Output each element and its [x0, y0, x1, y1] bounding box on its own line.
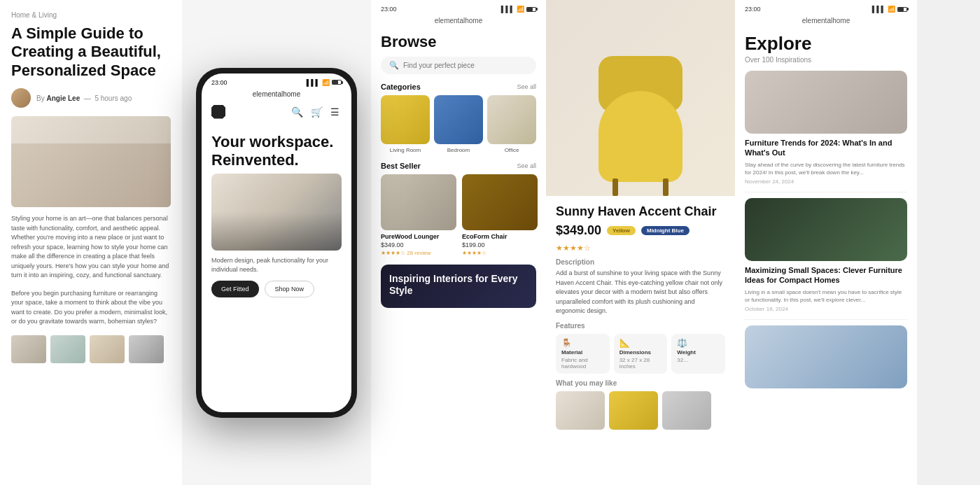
- article-card-1[interactable]: Furniture Trends for 2024: What's In and…: [745, 71, 907, 185]
- may-like-item-3[interactable]: [662, 391, 711, 430]
- explore-status-icons: ▌▌▌ 📶: [872, 6, 907, 13]
- article-1-date: November 24, 2024: [745, 178, 907, 185]
- search-icon: 🔍: [389, 61, 399, 70]
- search-icon[interactable]: 🔍: [291, 106, 302, 118]
- article-2-date: October 16, 2024: [745, 306, 907, 312]
- panel-explore: 23:00 ▌▌▌ 📶 elementalhome Explore Over 1…: [735, 0, 917, 485]
- wifi-icon: 📶: [888, 6, 895, 13]
- product-1-star-icons: ★★★★☆: [381, 250, 405, 256]
- product-2-name: EcoForm Chair: [462, 233, 538, 240]
- may-like-label: What you may like: [556, 379, 725, 387]
- category-bedroom-label: Bedroom: [434, 147, 483, 153]
- product-1-reviews: 28 review: [407, 250, 430, 256]
- weight-label: Weight: [677, 349, 720, 356]
- panel-blog-article: Home & Living A Simple Guide to Creating…: [0, 0, 182, 485]
- product-card-1[interactable]: PureWood Lounger $349.00 ★★★★☆ 28 review: [381, 174, 456, 256]
- phone-nav-icons: 🔍 🛒 ☰: [291, 106, 342, 118]
- article-1-image: [745, 71, 907, 134]
- may-like-item-2[interactable]: [609, 391, 658, 430]
- menu-icon[interactable]: ☰: [330, 106, 342, 118]
- explore-brand: elementalhome: [735, 15, 917, 29]
- color-tag-blue[interactable]: Midnight Blue: [641, 226, 690, 235]
- product-description: Add a burst of sunshine to your living s…: [556, 269, 725, 316]
- inspiring-interiors-banner[interactable]: Inspiring Interiors for Every Style: [381, 265, 536, 308]
- author-prefix: By: [36, 94, 45, 102]
- article-body-2: Before you begin purchasing furniture or…: [11, 289, 171, 327]
- breadcrumb: Home & Living: [11, 11, 171, 19]
- browse-status-icons: ▌▌▌ 📶: [501, 6, 536, 13]
- thumbnail-2: [50, 335, 85, 363]
- category-bedroom[interactable]: Bedroom: [434, 95, 483, 153]
- author-row: By Angie Lee — 5 hours ago: [11, 88, 171, 108]
- product-chair-illustration: [578, 56, 704, 196]
- phone-nav: 🔍 🛒 ☰: [202, 102, 351, 125]
- may-like-row: [556, 391, 725, 430]
- article-2-body: Living in a small space doesn't mean you…: [745, 288, 907, 304]
- phone-status-bar: 23:00 ▌▌▌ 📶: [202, 73, 351, 89]
- article-2-image: [745, 198, 907, 261]
- cart-icon[interactable]: 🛒: [311, 106, 322, 118]
- product-2-star-icons: ★★★★☆: [462, 250, 486, 256]
- article-card-2[interactable]: Maximizing Small Spaces: Clever Furnitur…: [745, 198, 907, 312]
- category-office[interactable]: Office: [487, 95, 536, 153]
- product-stars: ★★★★☆: [556, 244, 725, 253]
- phone-brand: elementalhome: [202, 89, 351, 102]
- article-card-3[interactable]: [745, 325, 907, 388]
- signal-icon: ▌▌▌: [501, 6, 514, 13]
- phone-buttons: Get Fitted Shop Now: [211, 281, 342, 297]
- chair-leg-right: [663, 178, 668, 196]
- search-input[interactable]: [403, 62, 528, 69]
- phone-hero-title: Your workspace. Reinvented.: [211, 133, 342, 170]
- categories-see-all[interactable]: See all: [517, 83, 536, 90]
- features-label: Features: [556, 322, 725, 330]
- thumbnail-4: [129, 335, 164, 363]
- article-1-body: Stay ahead of the curve by discovering t…: [745, 161, 907, 176]
- product-2-price: $199.00: [462, 241, 538, 248]
- browse-title: Browse: [371, 29, 546, 57]
- category-living-room[interactable]: Living Room: [381, 95, 430, 153]
- product-title: Sunny Haven Accent Chair: [556, 204, 725, 219]
- explore-time: 23:00: [745, 6, 761, 13]
- article-3-image: [745, 325, 907, 388]
- categories-list: Living Room Bedroom Office: [371, 95, 546, 162]
- browse-time: 23:00: [381, 6, 397, 13]
- category-office-label: Office: [487, 147, 536, 153]
- dimensions-value: 32 x 27 x 28 inches: [620, 357, 662, 370]
- divider-2: [745, 319, 907, 320]
- panel-phone-mockup: 23:00 ▌▌▌ 📶 elementalhome 🔍 🛒 ☰ Your wor…: [182, 0, 371, 485]
- article-body-1: Styling your home is an art—one that bal…: [11, 214, 171, 281]
- thumbnail-3: [90, 335, 125, 363]
- search-bar[interactable]: 🔍: [381, 57, 536, 74]
- material-value: Fabric and hardwood: [561, 357, 604, 370]
- explore-title: Explore: [735, 29, 917, 56]
- browse-status-bar: 23:00 ▌▌▌ 📶: [371, 0, 546, 15]
- weight-icon: ⚖️: [677, 338, 720, 348]
- time-ago: 5 hours ago: [94, 94, 132, 102]
- avatar-image: [11, 88, 31, 108]
- weight-value: 32...: [677, 357, 720, 363]
- shop-now-button[interactable]: Shop Now: [265, 281, 315, 297]
- feature-dimensions: 📐 Dimensions 32 x 27 x 28 inches: [614, 334, 668, 374]
- categories-label: Categories: [381, 83, 421, 91]
- product-card-2[interactable]: EcoForm Chair $199.00 ★★★★☆: [462, 174, 538, 256]
- chair-leg-left: [612, 178, 618, 196]
- best-seller-label: Best Seller: [381, 162, 421, 170]
- panel-product-detail: Sunny Haven Accent Chair $349.00 Yellow …: [546, 0, 735, 485]
- phone-inner: 23:00 ▌▌▌ 📶 elementalhome 🔍 🛒 ☰ Your wor…: [202, 73, 351, 412]
- category-office-image: [487, 95, 536, 144]
- get-fitted-button[interactable]: Get Fitted: [211, 281, 259, 297]
- best-seller-see-all[interactable]: See all: [517, 162, 536, 169]
- phone-hero-image: [211, 174, 342, 251]
- feature-material: 🪑 Material Fabric and hardwood: [556, 334, 610, 374]
- price-row: $349.00 Yellow Midnight Blue: [556, 223, 725, 238]
- material-icon: 🪑: [561, 338, 604, 348]
- category-bedroom-image: [434, 95, 483, 144]
- phone-time: 23:00: [211, 79, 227, 86]
- signal-icon: ▌▌▌: [872, 6, 886, 13]
- description-label: Description: [556, 258, 725, 266]
- may-like-item-1[interactable]: [556, 391, 605, 430]
- author-info: By Angie Lee — 5 hours ago: [36, 94, 132, 102]
- product-content: Sunny Haven Accent Chair $349.00 Yellow …: [546, 196, 735, 438]
- brand-logo-icon: [211, 105, 225, 119]
- color-tag-yellow[interactable]: Yellow: [607, 226, 636, 235]
